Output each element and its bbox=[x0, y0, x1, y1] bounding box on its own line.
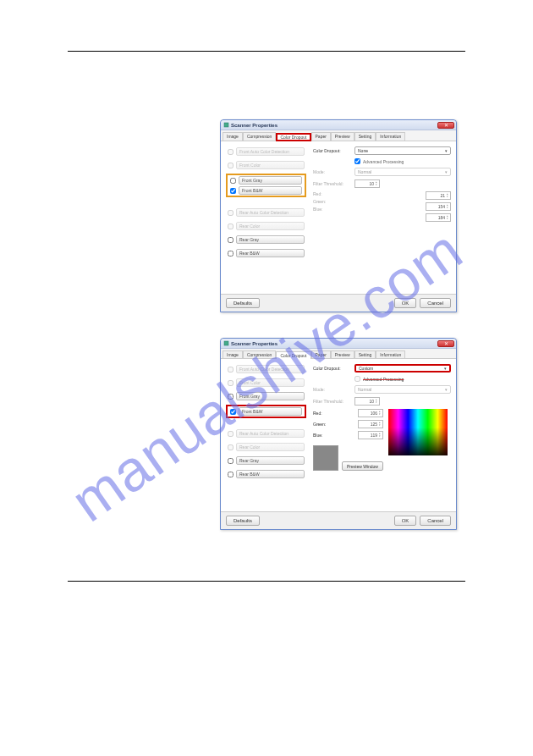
rear-bw-check[interactable] bbox=[228, 472, 234, 477]
color-picker[interactable] bbox=[388, 409, 448, 455]
red-spin[interactable]: 106▴▾ bbox=[358, 409, 383, 417]
advanced-processing-label: Advanced Processing bbox=[363, 159, 404, 164]
defaults-button[interactable]: Defaults bbox=[226, 298, 260, 308]
color-dropout-combo[interactable]: Custom▾ bbox=[354, 364, 451, 372]
top-rule bbox=[68, 51, 465, 52]
rear-gray[interactable]: Rear Gray bbox=[236, 235, 305, 244]
tab-paper[interactable]: Paper bbox=[311, 350, 331, 358]
advanced-processing-check[interactable] bbox=[354, 158, 360, 164]
tab-information[interactable]: Information bbox=[376, 132, 405, 141]
front-gray-check[interactable] bbox=[228, 394, 234, 400]
dialog-title: Scanner Properties bbox=[231, 341, 437, 346]
color-dropout-label: Color Dropout: bbox=[313, 366, 351, 371]
defaults-button[interactable]: Defaults bbox=[226, 516, 260, 526]
app-icon bbox=[223, 122, 229, 129]
green-label: Green: bbox=[313, 422, 330, 427]
front-bw-check[interactable] bbox=[230, 188, 236, 194]
rear-color: Rear Color bbox=[236, 222, 305, 230]
tab-image[interactable]: Image bbox=[223, 132, 243, 141]
front-bw[interactable]: Front B&W bbox=[239, 407, 302, 416]
svg-rect-1 bbox=[224, 341, 228, 345]
front-bw-check[interactable] bbox=[230, 409, 236, 415]
blue-label: Blue: bbox=[313, 207, 326, 212]
tab-compression[interactable]: Compression bbox=[243, 132, 276, 141]
close-icon[interactable]: ✕ bbox=[437, 340, 454, 347]
chevron-down-icon: ▾ bbox=[445, 387, 448, 392]
rear-bw[interactable]: Rear B&W bbox=[236, 249, 305, 257]
rear-color: Rear Color bbox=[236, 443, 305, 451]
tab-setting[interactable]: Setting bbox=[354, 350, 376, 358]
filter-threshold-spin: 10▴▾ bbox=[354, 179, 380, 188]
image-selection-list: Front Auto Color Detection Front Color F… bbox=[226, 364, 306, 508]
image-selection-list: Front Auto Color Detection Front Color F… bbox=[226, 146, 306, 290]
tab-paper[interactable]: Paper bbox=[311, 132, 331, 141]
rear-bw[interactable]: Rear B&W bbox=[236, 470, 305, 478]
rear-color-check bbox=[228, 223, 234, 229]
front-gray[interactable]: Front Gray bbox=[236, 392, 305, 400]
front-gray-check[interactable] bbox=[230, 178, 236, 184]
titlebar: Scanner Properties ✕ bbox=[221, 120, 456, 130]
app-icon bbox=[223, 340, 229, 347]
advanced-processing-check bbox=[354, 376, 360, 382]
cancel-button[interactable]: Cancel bbox=[420, 298, 451, 308]
mode-combo: Normal▾ bbox=[354, 168, 451, 176]
front-bw[interactable]: Front B&W bbox=[239, 186, 302, 195]
tab-image[interactable]: Image bbox=[223, 350, 243, 358]
tab-preview[interactable]: Preview bbox=[331, 132, 354, 141]
mode-label: Mode: bbox=[313, 169, 351, 174]
ok-button[interactable]: OK bbox=[394, 516, 417, 526]
green-label: Green: bbox=[313, 199, 326, 204]
rear-auto-check bbox=[228, 431, 234, 437]
front-auto-detection: Front Auto Color Detection bbox=[236, 365, 305, 373]
button-row: Defaults OK Cancel bbox=[221, 294, 456, 312]
tab-preview[interactable]: Preview bbox=[331, 350, 354, 358]
green-spin: 154▴▾ bbox=[426, 202, 451, 211]
front-auto-check bbox=[228, 367, 234, 372]
tab-compression[interactable]: Compression bbox=[243, 350, 276, 358]
color-dropout-label: Color Dropout: bbox=[313, 148, 351, 153]
chevron-down-icon: ▾ bbox=[445, 148, 448, 153]
rear-gray-check[interactable] bbox=[228, 237, 234, 243]
chevron-down-icon: ▾ bbox=[444, 366, 447, 371]
filter-threshold-label: Filter Threshold: bbox=[313, 399, 351, 404]
red-label: Red: bbox=[313, 191, 326, 196]
blue-spin: 184▴▾ bbox=[426, 213, 451, 222]
scanner-properties-dialog-1: Scanner Properties ✕ Image Compression C… bbox=[220, 119, 457, 312]
ok-button[interactable]: OK bbox=[394, 298, 417, 308]
front-color-check bbox=[228, 163, 234, 168]
color-dropout-combo[interactable]: None▾ bbox=[354, 146, 451, 155]
close-icon[interactable]: ✕ bbox=[437, 122, 454, 129]
front-auto-detection: Front Auto Color Detection bbox=[236, 147, 305, 156]
rear-bw-check[interactable] bbox=[228, 251, 234, 257]
rear-auto-detection: Rear Auto Color Detection bbox=[236, 208, 305, 217]
rear-gray[interactable]: Rear Gray bbox=[236, 456, 305, 465]
rear-color-check bbox=[228, 444, 234, 450]
cancel-button[interactable]: Cancel bbox=[420, 516, 451, 526]
rear-auto-check bbox=[228, 210, 234, 216]
tab-color-dropout[interactable]: Color Dropout bbox=[276, 133, 310, 141]
svg-rect-0 bbox=[224, 123, 228, 127]
button-row: Defaults OK Cancel bbox=[221, 511, 456, 529]
tab-setting[interactable]: Setting bbox=[354, 132, 376, 141]
tab-information[interactable]: Information bbox=[376, 350, 405, 358]
rear-auto-detection: Rear Auto Color Detection bbox=[236, 429, 305, 438]
front-color: Front Color bbox=[236, 378, 305, 387]
blue-spin[interactable]: 119▴▾ bbox=[358, 431, 383, 439]
green-spin[interactable]: 125▴▾ bbox=[358, 420, 383, 428]
rear-gray-check[interactable] bbox=[228, 458, 234, 464]
filter-threshold-spin: 10▴▾ bbox=[354, 397, 380, 406]
front-gray[interactable]: Front Gray bbox=[239, 176, 302, 185]
titlebar: Scanner Properties ✕ bbox=[221, 339, 456, 349]
front-color: Front Color bbox=[236, 161, 305, 169]
front-color-check bbox=[228, 380, 234, 386]
dialog-title: Scanner Properties bbox=[231, 123, 437, 128]
tab-bar: Image Compression Color Dropout Paper Pr… bbox=[221, 130, 456, 141]
bottom-rule bbox=[68, 581, 465, 582]
preview-window-button[interactable]: Preview Window bbox=[342, 461, 383, 471]
advanced-processing-label: Advanced Processing bbox=[363, 377, 404, 382]
tab-color-dropout[interactable]: Color Dropout bbox=[276, 351, 310, 359]
color-swatch bbox=[313, 445, 338, 471]
tab-bar: Image Compression Color Dropout Paper Pr… bbox=[221, 349, 456, 359]
red-label: Red: bbox=[313, 411, 330, 416]
red-spin: 21▴▾ bbox=[426, 191, 451, 200]
